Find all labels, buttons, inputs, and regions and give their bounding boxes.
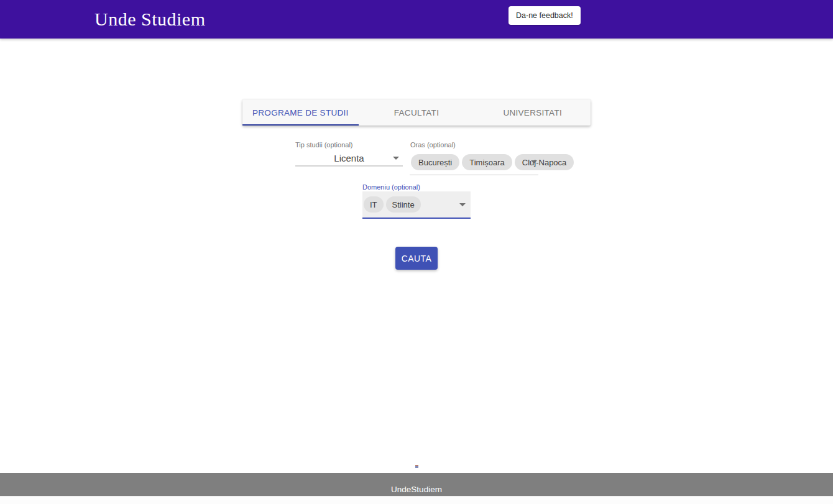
domeniu-select[interactable]: IT Stiinte — [362, 191, 471, 219]
app-title: Unde Studiem — [94, 9, 206, 30]
chevron-down-icon — [393, 157, 399, 160]
tab-programe-de-studii[interactable]: PROGRAME DE STUDII — [242, 99, 359, 126]
tab-facultati[interactable]: FACULTATI — [359, 99, 475, 126]
oras-select[interactable]: București Timișoara Cluj-Napoca — [410, 150, 538, 175]
footer-brand: UndeStudiem — [391, 485, 442, 494]
feedback-button[interactable]: Da-ne feedback! — [509, 6, 581, 25]
tip-studii-select[interactable]: Licenta — [295, 150, 403, 167]
oras-chip-cluj-napoca[interactable]: Cluj-Napoca — [515, 154, 574, 170]
tab-bar: PROGRAME DE STUDII FACULTATI UNIVERSITAT… — [242, 99, 591, 126]
domeniu-chip-list: IT Stiinte — [364, 196, 423, 213]
oras-label: Oras (optional) — [410, 141, 456, 149]
tiny-broken-image — [415, 465, 418, 468]
tab-universitati[interactable]: UNIVERSITATI — [474, 99, 591, 126]
domeniu-chip-stiinte[interactable]: Stiinte — [386, 196, 421, 213]
bottom-strip — [0, 496, 833, 504]
chevron-down-icon — [531, 160, 537, 163]
search-button[interactable]: CAUTA — [395, 247, 438, 270]
app-footer: UndeStudiem — [0, 473, 833, 496]
page: Unde Studiem Da-ne feedback! PROGRAME DE… — [0, 0, 833, 504]
app-header: Unde Studiem Da-ne feedback! — [0, 0, 833, 39]
oras-chip-list: București Timișoara Cluj-Napoca — [411, 154, 576, 170]
domeniu-label: Domeniu (optional) — [362, 183, 420, 191]
domeniu-chip-it[interactable]: IT — [364, 196, 384, 213]
oras-chip-timisoara[interactable]: Timișoara — [462, 154, 512, 170]
tip-studii-label: Tip studii (optional) — [295, 141, 353, 149]
oras-chip-bucuresti[interactable]: București — [411, 154, 459, 170]
tip-studii-value: Licenta — [334, 153, 364, 163]
chevron-down-icon — [459, 203, 466, 206]
